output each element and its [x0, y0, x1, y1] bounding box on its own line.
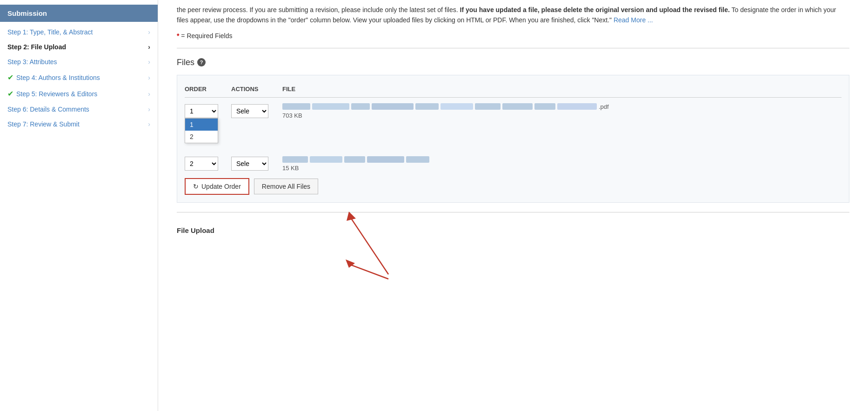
sidebar-step4-label: Step 4: Authors & Institutions — [16, 74, 100, 81]
file-info-1: .pdf 703 KB — [282, 103, 841, 119]
buttons-row: ↻ Update Order Remove All Files — [185, 178, 841, 195]
sidebar-item-step2[interactable]: Step 2: File Upload › — [0, 40, 158, 54]
read-more-link[interactable]: Read More ... — [614, 16, 653, 24]
table-row: 1 2 Sele Delete View HTML View PDF — [185, 156, 841, 172]
order-dropdown-container-2: 1 2 — [185, 157, 231, 171]
chevron-icon-step1: › — [148, 28, 150, 36]
header-file: FILE — [282, 86, 841, 93]
update-order-button[interactable]: ↻ Update Order — [185, 178, 249, 195]
check-icon-step5: ✔ — [7, 89, 13, 98]
chevron-icon-step7: › — [148, 120, 150, 128]
file-size-2: 15 KB — [282, 165, 841, 172]
sidebar-item-step4[interactable]: ✔ Step 4: Authors & Institutions › — [0, 69, 158, 86]
chevron-icon-step4: › — [148, 74, 150, 81]
file-ext-1: .pdf — [599, 103, 609, 110]
order-select-2[interactable]: 1 2 — [185, 157, 218, 171]
order-dropdown-open-1: 1 2 — [185, 118, 218, 143]
svg-marker-3 — [346, 259, 355, 268]
action-select-container-2: Sele Delete View HTML View PDF — [231, 157, 282, 171]
file-name-blurred-2 — [282, 156, 841, 163]
check-icon-step4: ✔ — [7, 73, 13, 82]
files-section-title: Files ? — [177, 58, 849, 67]
required-fields-note: * = Required Fields — [177, 32, 849, 40]
divider-top — [177, 48, 849, 48]
main-content: the peer review process. If you are subm… — [158, 0, 868, 411]
divider-bottom — [177, 212, 849, 212]
sidebar-step6-label: Step 6: Details & Comments — [7, 106, 89, 113]
header-order: ORDER — [185, 86, 231, 93]
order-dropdown-container-1: 1 2 1 2 — [185, 104, 231, 118]
action-select-container-1: Sele Delete View HTML View PDF — [231, 104, 282, 118]
svg-line-2 — [351, 265, 388, 279]
update-order-icon: ↻ — [193, 183, 199, 190]
svg-marker-1 — [347, 212, 356, 221]
action-select-2[interactable]: Sele Delete View HTML View PDF — [231, 157, 268, 171]
sidebar-step3-label: Step 3: Attributes — [7, 58, 57, 66]
table-row: 1 2 1 2 Sele Delete View HTML View PDF — [185, 103, 841, 119]
sidebar-item-step5[interactable]: ✔ Step 5: Reviewers & Editors › — [0, 86, 158, 102]
chevron-icon-step2: › — [148, 43, 150, 51]
file-upload-title: File Upload — [177, 226, 849, 234]
dropdown-option-2[interactable]: 2 — [185, 131, 218, 143]
sidebar-item-step3[interactable]: Step 3: Attributes › — [0, 54, 158, 69]
intro-paragraph: the peer review process. If you are subm… — [177, 5, 849, 26]
remove-all-files-button[interactable]: Remove All Files — [254, 179, 318, 194]
header-actions: ACTIONS — [231, 86, 282, 93]
asterisk-symbol: * — [177, 32, 179, 40]
action-select-1[interactable]: Sele Delete View HTML View PDF — [231, 104, 268, 118]
file-upload-section: File Upload — [177, 226, 849, 234]
sidebar-title: Submission — [0, 5, 158, 22]
dropdown-option-1[interactable]: 1 — [185, 119, 218, 131]
file-info-2: 15 KB — [282, 156, 841, 172]
required-fields-label: = Required Fields — [181, 32, 232, 40]
chevron-icon-step5: › — [148, 90, 150, 98]
sidebar-item-step6[interactable]: Step 6: Details & Comments › — [0, 102, 158, 117]
intro-bold: If you have updated a file, please delet… — [460, 6, 730, 13]
files-table-area: ORDER ACTIONS FILE 1 2 1 2 Sele Delet — [177, 75, 849, 203]
sidebar-step7-label: Step 7: Review & Submit — [7, 120, 80, 128]
files-table-header: ORDER ACTIONS FILE — [185, 83, 841, 98]
order-select-1[interactable]: 1 2 — [185, 104, 218, 118]
files-info-icon[interactable]: ? — [197, 58, 206, 66]
chevron-icon-step6: › — [148, 106, 150, 113]
sidebar-step2-label: Step 2: File Upload — [7, 43, 66, 51]
file-size-1: 703 KB — [282, 112, 841, 119]
intro-text1: the peer review process. If you are subm… — [177, 6, 460, 13]
update-order-label: Update Order — [201, 183, 241, 190]
sidebar: Submission Step 1: Type, Title, & Abstra… — [0, 0, 158, 411]
sidebar-item-step7[interactable]: Step 7: Review & Submit › — [0, 117, 158, 132]
sidebar-step5-label: Step 5: Reviewers & Editors — [16, 90, 97, 98]
sidebar-item-step1[interactable]: Step 1: Type, Title, & Abstract › — [0, 25, 158, 40]
sidebar-step1-label: Step 1: Type, Title, & Abstract — [7, 28, 93, 36]
file-name-blurred-1: .pdf — [282, 103, 841, 110]
files-title-text: Files — [177, 58, 194, 67]
chevron-icon-step3: › — [148, 58, 150, 66]
